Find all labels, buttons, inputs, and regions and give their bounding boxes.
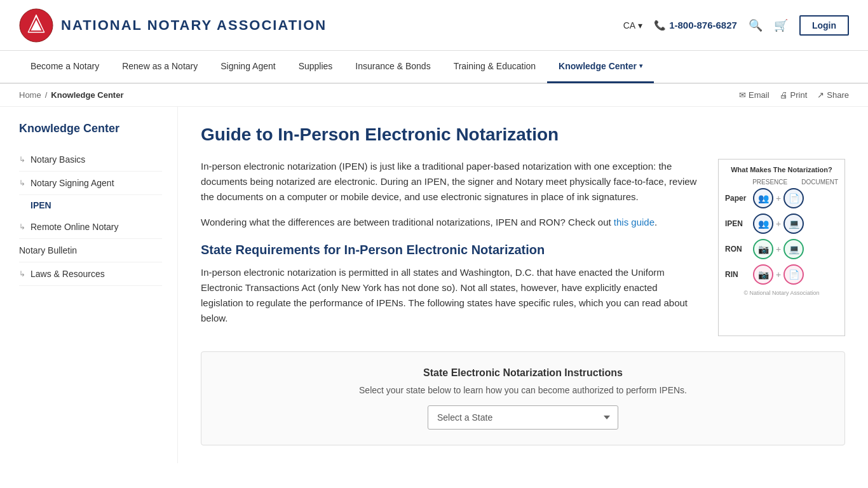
sidebar: Knowledge Center ↳ Notary Basics ↳ Notar… xyxy=(0,107,178,463)
nav-item-training-education[interactable]: Training & Education xyxy=(442,50,547,83)
nav-item-insurance-bonds[interactable]: Insurance & Bonds xyxy=(344,50,442,83)
intro-paragraph-2: Wondering what the differences are betwe… xyxy=(201,215,700,230)
presence-icon-ipen: 👥 xyxy=(753,214,773,234)
nav-item-supplies[interactable]: Supplies xyxy=(287,50,344,83)
chart-row-ron: RON 📷 + 💻 xyxy=(725,239,838,259)
sidebar-item-label: Laws & Resources xyxy=(31,269,105,279)
document-icon-rin: 📄 xyxy=(783,264,804,285)
sidebar-item-label: IPEN xyxy=(31,200,51,210)
sidebar-arrow-icon: ↳ xyxy=(19,179,25,187)
print-icon: 🖨 xyxy=(780,90,788,100)
breadcrumb-actions: ✉ Email 🖨 Print ↗ Share xyxy=(739,90,849,100)
page-title: Guide to In-Person Electronic Notarizati… xyxy=(201,125,845,145)
print-action[interactable]: 🖨 Print xyxy=(780,90,808,100)
chart-header-row: PRESENCE DOCUMENT xyxy=(725,179,838,186)
sidebar-item-label: Notary Bulletin xyxy=(19,245,77,255)
header-right: CA ▾ 📞 1-800-876-6827 🔍 🛒 Login xyxy=(623,15,849,36)
plus-icon: + xyxy=(776,269,781,280)
nna-logo-icon xyxy=(19,8,53,43)
login-button[interactable]: Login xyxy=(799,15,849,36)
breadcrumb-current: Knowledge Center xyxy=(51,90,123,100)
sidebar-item-label: Remote Online Notary xyxy=(31,222,119,232)
state-label: CA xyxy=(623,20,635,30)
chart-footer: © National Notary Association xyxy=(725,290,838,296)
phone-icon: 📞 xyxy=(654,20,666,31)
document-icon-paper: 📄 xyxy=(783,188,804,208)
chart-title: What Makes The Notarization? xyxy=(725,166,838,173)
sidebar-item-ipen[interactable]: IPEN xyxy=(19,195,162,215)
state-select[interactable]: Select a State Alabama Alaska Arizona Ca… xyxy=(428,405,618,430)
nav-label: Renew as a Notary xyxy=(122,61,198,71)
nav-item-renew-notary[interactable]: Renew as a Notary xyxy=(111,50,209,83)
section-heading: State Requirements for In-Person Electro… xyxy=(201,243,700,257)
nav-label: Become a Notary xyxy=(31,61,99,71)
document-icon-ron: 💻 xyxy=(783,239,804,259)
chart-row-label: Paper xyxy=(725,194,748,203)
sidebar-title: Knowledge Center xyxy=(19,122,162,135)
chart-row-ipen: IPEN 👥 + 💻 xyxy=(725,214,838,234)
sidebar-item-label: Notary Basics xyxy=(31,154,85,165)
presence-icon-rin: 📷 xyxy=(753,264,773,285)
sidebar-item-ron[interactable]: ↳ Remote Online Notary xyxy=(19,215,162,239)
logo-area: National Notary Association xyxy=(19,8,327,43)
nav-label: Knowledge Center xyxy=(559,61,637,71)
chart-row-label: RIN xyxy=(725,270,748,279)
share-icon: ↗ xyxy=(817,90,824,100)
nav-item-signing-agent[interactable]: Signing Agent xyxy=(209,50,287,83)
page-header: National Notary Association CA ▾ 📞 1-800… xyxy=(0,0,868,51)
phone-number: 1-800-876-6827 xyxy=(669,20,737,30)
cart-icon[interactable]: 🛒 xyxy=(774,18,788,32)
chart-col1-label: PRESENCE xyxy=(752,179,787,186)
nav-label: Insurance & Bonds xyxy=(355,61,430,71)
share-action[interactable]: ↗ Share xyxy=(817,90,849,100)
chart-row-label: RON xyxy=(725,245,748,254)
content-wrapper: Knowledge Center ↳ Notary Basics ↳ Notar… xyxy=(0,107,868,463)
main-nav: Become a Notary Renew as a Notary Signin… xyxy=(0,51,868,84)
search-icon[interactable]: 🔍 xyxy=(749,18,763,32)
nav-label: Training & Education xyxy=(454,61,536,71)
this-guide-link[interactable]: this guide xyxy=(614,217,654,227)
main-content: Guide to In-Person Electronic Notarizati… xyxy=(178,107,868,463)
print-label: Print xyxy=(790,90,808,100)
content-section: In-person electronic notarization (IPEN)… xyxy=(201,159,845,336)
sidebar-item-notary-bulletin[interactable]: Notary Bulletin xyxy=(19,239,162,262)
phone-link[interactable]: 📞 1-800-876-6827 xyxy=(654,20,737,31)
breadcrumb-bar: Home / Knowledge Center ✉ Email 🖨 Print … xyxy=(0,84,868,107)
chart-row-label: IPEN xyxy=(725,219,748,228)
content-text: In-person electronic notarization (IPEN)… xyxy=(201,159,700,336)
chart-row-paper: Paper 👥 + 📄 xyxy=(725,188,838,208)
chart-row-icons: 👥 + 💻 xyxy=(753,214,804,234)
chevron-down-icon: ▾ xyxy=(638,20,642,30)
notarization-chart: What Makes The Notarization? PRESENCE DO… xyxy=(718,159,845,336)
nav-label: Signing Agent xyxy=(220,61,275,71)
email-action[interactable]: ✉ Email xyxy=(739,90,770,100)
sidebar-item-laws-resources[interactable]: ↳ Laws & Resources xyxy=(19,262,162,286)
breadcrumb-left: Home / Knowledge Center xyxy=(19,90,123,100)
chart-col2-label: DOCUMENT xyxy=(801,179,838,186)
presence-icon-ron: 📷 xyxy=(753,239,773,259)
sidebar-arrow-icon: ↳ xyxy=(19,269,25,278)
section-paragraph-1: In-person electronic notarization is per… xyxy=(201,265,700,326)
state-box-title: State Electronic Notarization Instructio… xyxy=(217,367,829,379)
plus-icon: + xyxy=(776,219,781,229)
sidebar-item-notary-basics[interactable]: ↳ Notary Basics xyxy=(19,148,162,172)
presence-icon-paper: 👥 xyxy=(753,188,773,208)
breadcrumb-home[interactable]: Home xyxy=(19,90,41,100)
state-selector[interactable]: CA ▾ xyxy=(623,20,642,30)
nav-item-knowledge-center[interactable]: Knowledge Center ▾ xyxy=(547,50,654,83)
sidebar-item-notary-signing-agent[interactable]: ↳ Notary Signing Agent xyxy=(19,172,162,195)
sidebar-arrow-icon: ↳ xyxy=(19,222,25,231)
sidebar-item-label: Notary Signing Agent xyxy=(31,178,114,188)
email-label: Email xyxy=(749,90,770,100)
intro-paragraph-1: In-person electronic notarization (IPEN)… xyxy=(201,159,700,205)
nav-label: Supplies xyxy=(299,61,333,71)
share-label: Share xyxy=(827,90,849,100)
state-box-description: Select your state below to learn how you… xyxy=(217,385,829,395)
intro-p2-text: Wondering what the differences are betwe… xyxy=(201,217,614,227)
nav-item-become-notary[interactable]: Become a Notary xyxy=(19,50,111,83)
sidebar-arrow-icon: ↳ xyxy=(19,155,25,164)
state-box: State Electronic Notarization Instructio… xyxy=(201,351,845,445)
chart-row-rin: RIN 📷 + 📄 xyxy=(725,264,838,285)
email-icon: ✉ xyxy=(739,90,746,100)
logo-text: National Notary Association xyxy=(61,17,327,34)
